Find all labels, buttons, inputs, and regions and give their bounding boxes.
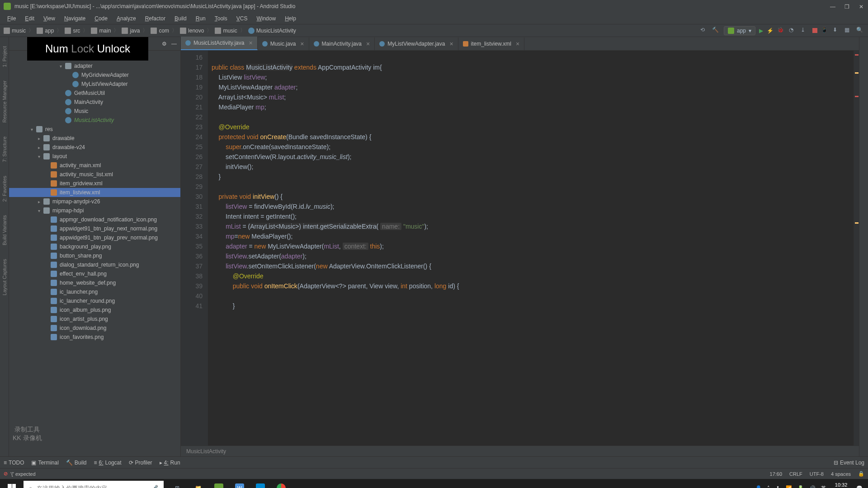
tree-item[interactable]: ▾layout <box>9 152 180 161</box>
tree-item[interactable]: ic_launcher_round.png <box>9 296 180 305</box>
tree-item[interactable]: ▸drawable <box>9 134 180 143</box>
tree-item[interactable]: activity_music_list.xml <box>9 170 180 179</box>
tree-item[interactable]: MyGridviewAdapter <box>9 70 180 80</box>
tree-item[interactable]: icon_download.png <box>9 324 180 333</box>
tool-resource-manager[interactable]: Resource Manager <box>2 80 7 123</box>
search-input[interactable] <box>37 485 147 488</box>
profile-icon[interactable]: ◔ <box>789 27 797 35</box>
mic-icon[interactable]: 🎤 <box>151 485 158 488</box>
breadcrumb-music[interactable]: music <box>4 28 26 34</box>
notification-icon[interactable]: 💬 <box>856 485 863 488</box>
status-CRLF[interactable]: CRLF <box>789 471 802 477</box>
menu-help[interactable]: Help <box>281 14 300 23</box>
breadcrumb-java[interactable]: java <box>122 28 140 34</box>
network-icon[interactable]: 🖧 <box>775 485 780 488</box>
menu-vcs[interactable]: VCS <box>233 14 251 23</box>
tree-item[interactable]: ▸drawable-v24 <box>9 143 180 152</box>
menu-build[interactable]: Build <box>171 14 190 23</box>
code-content[interactable]: public class MusicListActivity extends A… <box>208 51 854 446</box>
tree-item[interactable]: Music <box>9 107 180 116</box>
taskbar-search[interactable]: ⌕ 🎤 <box>24 481 164 488</box>
bottom-tab-build[interactable]: 🔨 Build <box>66 460 87 466</box>
breadcrumb-app[interactable]: app <box>37 28 54 34</box>
tree-item[interactable]: MusicListActivity <box>9 116 180 125</box>
breadcrumb-music[interactable]: music <box>215 28 237 34</box>
people-icon[interactable]: 👤 <box>755 485 762 488</box>
breadcrumb-main[interactable]: main <box>91 28 111 34</box>
tree-item[interactable]: item_gridview.xml <box>9 179 180 188</box>
avd-icon[interactable]: 📱 <box>821 27 829 35</box>
menu-view[interactable]: View <box>40 14 59 23</box>
menu-analyze[interactable]: Analyze <box>113 14 140 23</box>
tree-item[interactable]: GetMusicUtil <box>9 89 180 98</box>
task-view-icon[interactable]: ⊞ <box>167 479 187 488</box>
android-studio-icon[interactable] <box>209 479 229 488</box>
tool-2-favorites[interactable]: 2: Favorites <box>2 176 7 202</box>
tab-Music.java[interactable]: Music.java× <box>258 38 309 50</box>
chrome-icon[interactable] <box>271 479 291 488</box>
status-4 spaces[interactable]: 4 spaces <box>831 471 851 477</box>
stop-icon[interactable] <box>812 28 817 33</box>
tree-item[interactable]: ▾res <box>9 125 180 134</box>
tool-build-variants[interactable]: Build Variants <box>2 215 7 245</box>
tool-7-structure[interactable]: 7: Structure <box>2 136 7 162</box>
line-gutter[interactable]: 1617181920212223242526272829303132333435… <box>181 51 208 446</box>
run-icon[interactable]: ▶ <box>759 28 763 34</box>
tree-item[interactable]: item_listview.xml <box>9 188 180 197</box>
tree-item[interactable]: MyListViewAdapter <box>9 80 180 89</box>
tab-MyListViewAdapter.java[interactable]: MyListViewAdapter.java× <box>375 38 458 50</box>
breadcrumb-lenovo[interactable]: lenovo <box>180 28 204 34</box>
tab-close-icon[interactable]: × <box>366 40 370 47</box>
attach-icon[interactable]: ⤓ <box>801 27 809 35</box>
breadcrumb-com[interactable]: com <box>151 28 169 34</box>
menu-navigate[interactable]: Navigate <box>61 14 89 23</box>
sdk-icon[interactable]: ⬇ <box>833 27 841 35</box>
tab-item_listview.xml[interactable]: item_listview.xml× <box>458 38 525 50</box>
breadcrumb-MusicListActivity[interactable]: MusicListActivity <box>248 28 296 34</box>
app-icon-blue[interactable] <box>250 479 270 488</box>
tree-item[interactable]: appwidget91_btn_play_next_normal.png <box>9 224 180 233</box>
gear-icon[interactable]: ⚙ <box>162 41 167 47</box>
tab-MainActivity.java[interactable]: MainActivity.java× <box>309 38 375 50</box>
event-log-tab[interactable]: ⊟ Event Log <box>834 460 864 466</box>
tree-item[interactable]: icon_artist_plus.png <box>9 314 180 324</box>
status-UTF-8[interactable]: UTF-8 <box>810 471 824 477</box>
tree-item[interactable]: ▾mipmap-hdpi <box>9 206 180 215</box>
tab-close-icon[interactable]: × <box>449 40 453 47</box>
wifi-icon[interactable]: 📶 <box>786 485 792 488</box>
system-tray[interactable]: 👤 ˄ 🖧 📶 🔋 🔊 英 10:32 2020/3/8 💬 <box>755 482 866 488</box>
volume-icon[interactable]: 🔊 <box>809 485 816 488</box>
run-configuration[interactable]: app ▾ <box>724 26 755 35</box>
tab-MusicListActivity.java[interactable]: MusicListActivity.java× <box>181 37 258 50</box>
status-17:60[interactable]: 17:60 <box>770 471 783 477</box>
tree-item[interactable]: appmgr_download_notification_icon.png <box>9 215 180 224</box>
tool-1-project[interactable]: 1: Project <box>2 46 7 67</box>
collapse-icon[interactable]: — <box>171 41 177 47</box>
apply-changes-icon[interactable]: ⚡ <box>767 28 774 34</box>
tree-item[interactable]: icon_album_plus.png <box>9 305 180 314</box>
tree-item[interactable]: appwidget91_btn_play_prev_normal.png <box>9 233 180 242</box>
menu-file[interactable]: File <box>4 14 19 23</box>
menu-edit[interactable]: Edit <box>21 14 38 23</box>
tab-close-icon[interactable]: × <box>300 40 304 47</box>
project-tree[interactable]: music▾adapterMyGridviewAdapterMyListView… <box>9 51 180 456</box>
menu-run[interactable]: Run <box>192 14 209 23</box>
structure-icon[interactable]: ▦ <box>844 27 853 35</box>
tree-item[interactable]: effect_env_hall.png <box>9 269 180 278</box>
code-editor[interactable]: 1617181920212223242526272829303132333435… <box>181 51 859 446</box>
tab-close-icon[interactable]: × <box>516 40 519 47</box>
tab-close-icon[interactable]: × <box>249 39 252 47</box>
tree-item[interactable]: icon_favorites.png <box>9 333 180 342</box>
hammer-icon[interactable]: 🔨 <box>712 27 720 35</box>
menu-refactor[interactable]: Refactor <box>142 14 169 23</box>
ime-icon[interactable]: 英 <box>821 485 826 488</box>
battery-icon[interactable]: 🔋 <box>797 485 804 488</box>
search-icon[interactable]: 🔍 <box>856 27 864 35</box>
menu-window[interactable]: Window <box>253 14 279 23</box>
tool-layout-captures[interactable]: Layout Captures <box>2 259 7 296</box>
bottom-tab-terminal[interactable]: ▣ Terminal <box>31 460 58 466</box>
tree-item[interactable]: ▸mipmap-anydpi-v26 <box>9 197 180 206</box>
wps-icon[interactable]: W <box>230 479 250 488</box>
tree-item[interactable]: home_website_def.png <box>9 278 180 287</box>
close-button[interactable]: ✕ <box>859 4 864 9</box>
